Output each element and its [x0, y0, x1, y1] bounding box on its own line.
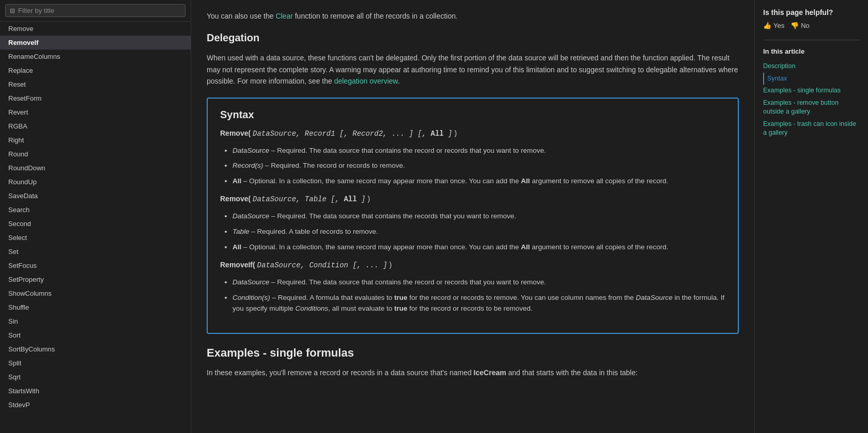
- examples-text-before: In these examples, you'll remove a recor…: [207, 368, 472, 377]
- bullet-item: DataSource – Required. The data source t…: [233, 145, 725, 156]
- toc-title: In this article: [763, 47, 860, 55]
- syntax-bullets-3: DataSource – Required. The data source t…: [220, 277, 725, 314]
- toc-item[interactable]: Description: [763, 60, 860, 73]
- examples-single-heading: Examples - single formulas: [207, 346, 739, 360]
- sidebar-item[interactable]: ResetForm: [0, 91, 191, 105]
- intro-paragraph: You can also use the Clear function to r…: [207, 10, 739, 22]
- syntax-sig-1: Remove( DataSource, Record1 [, Record2, …: [220, 129, 725, 138]
- right-panel: Is this page helpful? 👍 Yes 👎 No In this…: [754, 0, 868, 433]
- sidebar-item[interactable]: Select: [0, 231, 191, 245]
- helpful-section: Is this page helpful? 👍 Yes 👎 No: [763, 8, 860, 29]
- filter-input-wrapper[interactable]: ⊟: [5, 4, 185, 17]
- sidebar-item[interactable]: RGBA: [0, 119, 191, 133]
- syntax-bullets-2: DataSource – Required. The data source t…: [220, 211, 725, 252]
- clear-link[interactable]: Clear: [275, 12, 292, 20]
- yes-button[interactable]: 👍 Yes: [763, 22, 784, 29]
- sidebar-item[interactable]: Split: [0, 356, 191, 370]
- toc-item[interactable]: Syntax: [763, 73, 860, 85]
- thumbs-up-icon: 👍: [763, 22, 771, 29]
- sidebar-item[interactable]: SetFocus: [0, 259, 191, 272]
- sidebar-list: RemoveRemoveIfRenameColumnsReplaceResetR…: [0, 22, 191, 433]
- toc-item[interactable]: Examples - single formulas: [763, 85, 860, 97]
- helpful-buttons: 👍 Yes 👎 No: [763, 22, 860, 29]
- toc-item[interactable]: Examples - remove button outside a galle…: [763, 97, 860, 118]
- filter-icon: ⊟: [10, 7, 15, 14]
- sidebar-item[interactable]: Sin: [0, 314, 191, 328]
- syntax-sig-3: RemoveIf( DataSource, Condition [, ... ]…: [220, 261, 725, 269]
- examples-text-after: and that starts with the data in this ta…: [508, 368, 638, 377]
- sidebar-item[interactable]: Shuffle: [0, 300, 191, 314]
- sidebar-item[interactable]: RoundUp: [0, 175, 191, 189]
- sidebar-item[interactable]: ShowColumns: [0, 286, 191, 300]
- sidebar-item[interactable]: Reset: [0, 77, 191, 91]
- syntax-title: Syntax: [220, 109, 725, 121]
- sidebar-item[interactable]: Right: [0, 133, 191, 147]
- sidebar-item[interactable]: StdevP: [0, 398, 191, 412]
- syntax-bullets-1: DataSource – Required. The data source t…: [220, 145, 725, 187]
- thumbs-down-icon: 👎: [791, 22, 799, 29]
- bullet-item: Record(s) – Required. The record or reco…: [233, 160, 725, 171]
- sidebar-item[interactable]: RemoveIf: [0, 36, 191, 50]
- icecream-bold: IceCream: [474, 368, 506, 377]
- sidebar: ⊟ RemoveRemoveIfRenameColumnsReplaceRese…: [0, 0, 191, 433]
- delegation-heading: Delegation: [207, 32, 739, 44]
- sidebar-item[interactable]: SetProperty: [0, 272, 191, 286]
- syntax-sig-2: Remove( DataSource, Table [, All ] ): [220, 195, 725, 203]
- sidebar-item[interactable]: Remove: [0, 22, 191, 36]
- filter-input[interactable]: [18, 7, 181, 14]
- toc-list: DescriptionSyntaxExamples - single formu…: [763, 60, 860, 139]
- bullet-item: DataSource – Required. The data source t…: [233, 277, 725, 288]
- sidebar-item[interactable]: StartsWith: [0, 384, 191, 398]
- bullet-item: All – Optional. In a collection, the sam…: [233, 175, 725, 187]
- toc-item[interactable]: Examples - trash can icon inside a galle…: [763, 118, 860, 139]
- bullet-item: Table – Required. A table of records to …: [233, 226, 725, 237]
- sidebar-item[interactable]: SaveData: [0, 189, 191, 203]
- helpful-title: Is this page helpful?: [763, 8, 860, 17]
- bullet-item: DataSource – Required. The data source t…: [233, 211, 725, 222]
- examples-intro-text: In these examples, you'll remove a recor…: [207, 367, 739, 378]
- no-button[interactable]: 👎 No: [791, 22, 810, 29]
- divider: [763, 40, 860, 40]
- intro-text-before: You can also use the: [207, 12, 273, 20]
- delegation-overview-link[interactable]: delegation overview: [334, 77, 398, 85]
- main-content: You can also use the Clear function to r…: [191, 0, 754, 433]
- bullet-item: Condition(s) – Required. A formula that …: [233, 292, 725, 314]
- sidebar-item[interactable]: Set: [0, 245, 191, 259]
- sidebar-item[interactable]: Sqrt: [0, 370, 191, 384]
- sidebar-item[interactable]: Search: [0, 203, 191, 217]
- sidebar-item[interactable]: Second: [0, 217, 191, 231]
- bullet-item: All – Optional. In a collection, the sam…: [233, 242, 725, 253]
- sidebar-item[interactable]: RoundDown: [0, 161, 191, 175]
- sidebar-item[interactable]: Sort: [0, 328, 191, 342]
- sidebar-filter-area: ⊟: [0, 0, 191, 22]
- delegation-text: When used with a data source, these func…: [207, 52, 739, 87]
- sidebar-item[interactable]: RenameColumns: [0, 50, 191, 63]
- intro-text-after: function to remove all of the records in…: [295, 12, 458, 20]
- yes-label: Yes: [773, 22, 784, 29]
- no-label: No: [801, 22, 810, 29]
- sidebar-item[interactable]: Round: [0, 147, 191, 161]
- sidebar-item[interactable]: Revert: [0, 105, 191, 119]
- syntax-box: Syntax Remove( DataSource, Record1 [, Re…: [207, 98, 739, 334]
- delegation-text-main: When used with a data source, these func…: [207, 54, 738, 85]
- sidebar-item[interactable]: SortByColumns: [0, 342, 191, 356]
- sidebar-item[interactable]: Replace: [0, 63, 191, 77]
